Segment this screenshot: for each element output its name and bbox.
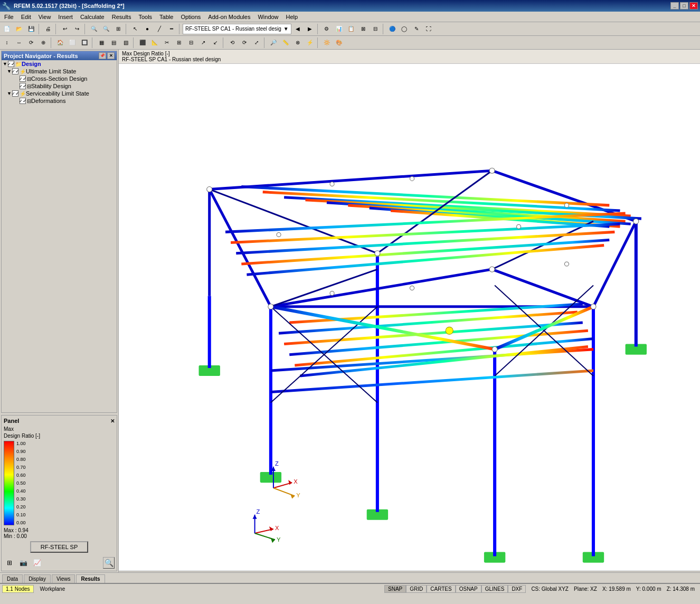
- tab-results[interactable]: Results: [76, 574, 105, 583]
- tb-btn-d[interactable]: ⊠: [357, 23, 369, 35]
- save-button[interactable]: 💾: [25, 23, 37, 35]
- new-button[interactable]: 📄: [1, 23, 13, 35]
- member-button[interactable]: ━: [166, 23, 177, 35]
- tb2-btn-d[interactable]: ⊕: [37, 37, 49, 49]
- tb2-btn-g[interactable]: 🔲: [79, 37, 90, 49]
- glines-indicator[interactable]: GLINES: [481, 585, 508, 593]
- tb-btn-c[interactable]: 📋: [345, 23, 357, 35]
- checkbox-def[interactable]: ✓: [20, 98, 26, 104]
- tb2-btn-u[interactable]: 🔎: [268, 37, 279, 49]
- checkbox-design[interactable]: ✓: [8, 61, 14, 67]
- menu-tools[interactable]: Tools: [135, 13, 155, 21]
- zoom-out-button[interactable]: 🔍: [100, 23, 112, 35]
- tb2-btn-b[interactable]: ↔: [13, 37, 25, 49]
- panel-grid-icon[interactable]: ⊞: [4, 557, 15, 569]
- menu-view[interactable]: View: [35, 13, 54, 21]
- tb-btn-a[interactable]: ⚙: [321, 23, 333, 35]
- menu-options[interactable]: Options: [177, 13, 204, 21]
- menu-edit[interactable]: Edit: [18, 13, 34, 21]
- tree-item-design[interactable]: ▼ ✓ 📁 Design: [2, 60, 117, 68]
- menu-help[interactable]: Help: [283, 13, 301, 21]
- cartes-indicator[interactable]: CARTES: [427, 585, 455, 593]
- tb2-btn-e[interactable]: 🏠: [54, 37, 66, 49]
- node-button[interactable]: ●: [141, 23, 153, 35]
- forward-button[interactable]: ▶: [304, 23, 316, 35]
- checkbox-cs[interactable]: ✓: [20, 76, 26, 82]
- menu-file[interactable]: File: [1, 13, 17, 21]
- tb-btn-f[interactable]: 🔵: [386, 23, 398, 35]
- tree-label-deform: Deformations: [31, 98, 65, 104]
- tree-item-crosssection[interactable]: ✓ ⊟ Cross-Section Design: [2, 75, 117, 82]
- tb-btn-e[interactable]: ⊟: [370, 23, 381, 35]
- panel-camera-icon[interactable]: 📷: [17, 557, 29, 569]
- tb2-btn-s[interactable]: ⟳: [239, 37, 250, 49]
- menu-table[interactable]: Table: [156, 13, 176, 21]
- tb2-btn-c[interactable]: ⟳: [25, 37, 37, 49]
- close-button[interactable]: ✕: [689, 2, 698, 10]
- select-button[interactable]: ↖: [129, 23, 141, 35]
- tree-item-deform[interactable]: ✓ ⊟ Deformations: [2, 97, 117, 105]
- print-button[interactable]: 🖨: [42, 23, 54, 35]
- checkbox-sls[interactable]: ✓: [12, 90, 18, 97]
- tab-data[interactable]: Data: [2, 574, 23, 583]
- nav-pin-button[interactable]: 📌: [99, 52, 106, 59]
- checkbox-stab[interactable]: ✓: [20, 83, 26, 89]
- tb2-btn-q[interactable]: ↙: [210, 37, 221, 49]
- structure-canvas[interactable]: X Y Z X Y Z: [119, 64, 700, 571]
- restore-button[interactable]: □: [680, 2, 688, 10]
- tree-item-stability[interactable]: ✓ ⊟ Stability Design: [2, 82, 117, 90]
- undo-button[interactable]: ↩: [59, 23, 71, 35]
- menu-addon[interactable]: Add-on Modules: [205, 13, 253, 21]
- tree-item-sls[interactable]: ▼ ✓ ⚡ Serviceability Limit State: [2, 90, 117, 97]
- tab-views[interactable]: Views: [52, 574, 75, 583]
- tb2-btn-j[interactable]: ▧: [120, 37, 131, 49]
- tb-btn-i[interactable]: ⛶: [423, 23, 434, 35]
- menu-insert[interactable]: Insert: [55, 13, 76, 21]
- nav-close-button[interactable]: ✕: [107, 52, 115, 59]
- panel-search-button[interactable]: 🔍: [103, 557, 115, 569]
- tab-display[interactable]: Display: [24, 574, 51, 583]
- tb2-btn-w[interactable]: ⊗: [292, 37, 304, 49]
- tb2-btn-y[interactable]: 🔆: [321, 37, 333, 49]
- snap-indicator[interactable]: SNAP: [384, 585, 406, 593]
- tb2-btn-r[interactable]: ⟲: [226, 37, 238, 49]
- tb2-btn-z[interactable]: 🎨: [333, 37, 345, 49]
- tb-btn-b[interactable]: 📊: [333, 23, 345, 35]
- back-button[interactable]: ◀: [292, 23, 304, 35]
- fit-button[interactable]: ⊞: [112, 23, 124, 35]
- minimize-button[interactable]: _: [670, 2, 679, 10]
- tb2-btn-k[interactable]: ⬛: [137, 37, 148, 49]
- tb2-btn-m[interactable]: ✂: [161, 37, 173, 49]
- tb2-btn-i[interactable]: ▤: [108, 37, 119, 49]
- osnap-indicator[interactable]: OSNAP: [456, 585, 481, 593]
- tb-btn-h[interactable]: ✎: [411, 23, 422, 35]
- tb2-btn-v[interactable]: 📏: [280, 37, 291, 49]
- folder-design-icon: 📁: [15, 61, 22, 67]
- tb2-btn-f[interactable]: ⬜: [67, 37, 78, 49]
- tb2-btn-x[interactable]: ⚡: [304, 37, 316, 49]
- menu-calculate[interactable]: Calculate: [77, 13, 108, 21]
- rf-steel-button[interactable]: RF-STEEL SP: [30, 541, 88, 553]
- menu-window[interactable]: Window: [254, 13, 281, 21]
- tree-item-uls[interactable]: ▼ ✓ ⚡ Ultimate Limit State: [2, 68, 117, 75]
- tb2-btn-l[interactable]: 📐: [149, 37, 160, 49]
- checkbox-uls[interactable]: ✓: [12, 68, 18, 74]
- panel-chart-icon[interactable]: 📈: [31, 557, 43, 569]
- title-bar-buttons[interactable]: _ □ ✕: [670, 2, 698, 10]
- tb2-btn-n[interactable]: ⊞: [173, 37, 185, 49]
- open-button[interactable]: 📂: [13, 23, 25, 35]
- tb2-btn-t[interactable]: ⤢: [251, 37, 262, 49]
- menu-results[interactable]: Results: [109, 13, 135, 21]
- tb2-btn-o[interactable]: ⊟: [185, 37, 197, 49]
- tb2-btn-h[interactable]: ▦: [96, 37, 107, 49]
- panel-close-button[interactable]: ✕: [110, 418, 115, 424]
- redo-button[interactable]: ↪: [71, 23, 83, 35]
- tb-btn-g[interactable]: ◯: [399, 23, 410, 35]
- case-dropdown[interactable]: RF-STEEL SP CA1 - Russian steel desig ▼: [183, 24, 291, 34]
- grid-indicator[interactable]: GRID: [406, 585, 427, 593]
- zoom-in-button[interactable]: 🔍: [88, 23, 100, 35]
- tb2-btn-a[interactable]: ↕: [1, 37, 13, 49]
- tb2-btn-p[interactable]: ↗: [197, 37, 209, 49]
- dxf-indicator[interactable]: DXF: [508, 585, 526, 593]
- line-button[interactable]: ╱: [154, 23, 165, 35]
